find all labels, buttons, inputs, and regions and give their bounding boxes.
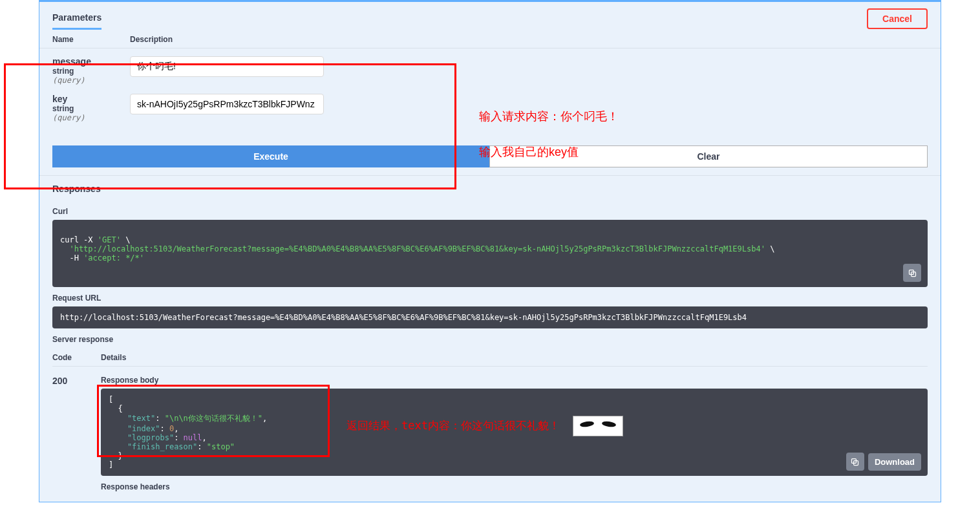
annotation-text-3-content: 返回结果，text内容：你这句话很不礼貌！ [346, 419, 560, 432]
annotation-box-response [97, 385, 330, 457]
curl-text: \ [121, 235, 130, 244]
curl-text: -H [60, 253, 83, 262]
col-name-header: Name [52, 35, 130, 44]
copy-icon[interactable] [903, 264, 921, 282]
response-body-label: Response body [101, 376, 928, 385]
download-button[interactable]: Download [868, 453, 921, 471]
request-url-label: Request URL [52, 294, 928, 303]
curl-text: curl -X [60, 235, 98, 244]
response-headers-label: Response headers [101, 482, 928, 491]
face-image [573, 416, 623, 436]
curl-text: 'GET' [98, 235, 121, 244]
annotation-text-3: 返回结果，text内容：你这句话很不礼貌！ [346, 416, 623, 436]
server-response-label: Server response [52, 335, 928, 344]
request-url-block: http://localhost:5103/WeatherForecast?me… [52, 306, 928, 328]
param-table-header: Name Description [39, 35, 941, 48]
code-col-header: Code [52, 353, 101, 362]
curl-text: 'http://localhost:5103/WeatherForecast?m… [60, 244, 765, 253]
curl-label: Curl [52, 207, 928, 216]
parameters-header: Parameters Cancel [39, 2, 941, 35]
curl-text: 'accept: */*' [83, 253, 144, 262]
json-text: ] [109, 460, 113, 469]
col-desc-header: Description [130, 35, 928, 44]
request-url-text: http://localhost:5103/WeatherForecast?me… [60, 313, 747, 322]
curl-text: \ [765, 244, 774, 253]
status-code: 200 [52, 376, 67, 386]
annotation-box-params [4, 63, 456, 189]
curl-block: curl -X 'GET' \ 'http://localhost:5103/W… [52, 220, 928, 287]
annotation-text-2: 输入我自己的key值 [479, 144, 579, 160]
parameters-tab[interactable]: Parameters [52, 7, 101, 30]
cancel-button[interactable]: Cancel [867, 8, 928, 29]
response-body-block: [ { "text": "\n\n你这句话很不礼貌！", "index": 0,… [101, 389, 928, 476]
annotation-text-1: 输入请求内容：你个叼毛！ [479, 109, 619, 124]
details-col-header: Details [101, 353, 126, 362]
copy-icon[interactable] [846, 453, 864, 471]
